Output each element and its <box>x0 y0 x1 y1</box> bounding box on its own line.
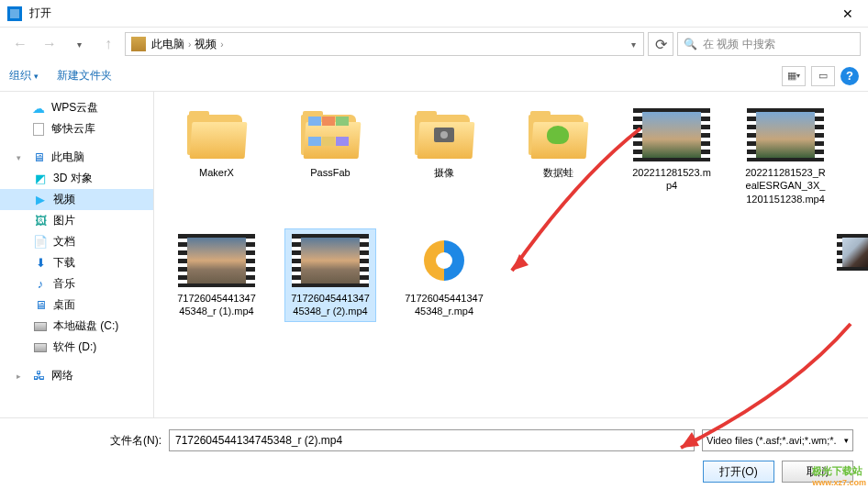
doc-icon <box>31 122 46 137</box>
folder-makerx[interactable]: MakerX <box>171 103 262 210</box>
sidebar-item-documents[interactable]: 📄文档 <box>0 231 153 252</box>
file-label: 数据蛙 <box>543 166 573 179</box>
folder-datawa[interactable]: 数据蛙 <box>512 103 604 210</box>
window-title: 打开 <box>29 6 835 21</box>
forward-button[interactable]: → <box>37 31 62 57</box>
caret-icon[interactable]: ▾ <box>17 153 26 162</box>
video-thumb-icon <box>292 234 369 287</box>
back-button[interactable]: ← <box>7 31 33 57</box>
file-label: MakerX <box>199 166 234 179</box>
file-label: 摄像 <box>434 166 454 179</box>
disk-icon <box>33 340 48 355</box>
sidebar-item-downloads[interactable]: ⬇下载 <box>0 252 153 273</box>
folder-passfab[interactable]: PassFab <box>284 103 376 210</box>
breadcrumb-item[interactable]: 视频 <box>195 37 217 52</box>
recent-dropdown[interactable]: ▾ <box>66 31 92 57</box>
close-button[interactable]: ✕ <box>835 6 861 21</box>
refresh-button[interactable]: ⟳ <box>648 32 673 56</box>
svg-rect-0 <box>10 9 19 18</box>
app-icon <box>415 235 473 286</box>
chevron-down-icon: ▾ <box>844 436 849 445</box>
filename-input[interactable] <box>169 429 695 451</box>
new-folder-button[interactable]: 新建文件夹 <box>57 68 112 83</box>
help-button[interactable]: ? <box>840 67 859 85</box>
organize-menu[interactable]: 组织 ▾ <box>9 68 39 83</box>
toolbar: 组织 ▾ 新建文件夹 ▦ ▾ ▭ ? <box>0 61 868 92</box>
file-label: 7172604544134745348_r (1).mp4 <box>175 292 258 318</box>
main: ☁WPS云盘 够快云库 ▾🖥此电脑 ◩3D 对象 ▶视频 🖼图片 📄文档 ⬇下载… <box>0 92 868 417</box>
preview-pane-button[interactable]: ▭ <box>811 66 835 86</box>
cloud-icon: ☁ <box>31 101 46 116</box>
location-icon <box>131 37 146 51</box>
picture-icon: 🖼 <box>33 214 48 228</box>
video-thumb-icon <box>178 234 255 287</box>
content-pane[interactable]: MakerX PassFab 摄像 数据蛙 202211281523.mp4 2 <box>154 92 868 417</box>
sidebar: ☁WPS云盘 够快云库 ▾🖥此电脑 ◩3D 对象 ▶视频 🖼图片 📄文档 ⬇下载… <box>0 92 154 417</box>
file-label: PassFab <box>310 166 350 179</box>
search-placeholder: 在 视频 中搜索 <box>703 37 775 52</box>
video-thumb-icon <box>633 108 710 161</box>
breadcrumb-separator-icon: › <box>188 39 191 50</box>
view-mode-button[interactable]: ▦ ▾ <box>782 66 806 86</box>
disk-icon <box>33 319 48 334</box>
folder-icon <box>299 111 362 159</box>
filetype-select[interactable]: Video files (*.asf;*.avi;*.wm;*.▾ <box>702 429 853 451</box>
up-button[interactable]: ↑ <box>95 31 121 57</box>
app-icon <box>7 6 22 21</box>
breadcrumb-separator-icon: › <box>220 39 223 50</box>
file-video-r[interactable]: 7172604544134745348_r.mp4 <box>398 228 490 323</box>
folder-icon <box>527 111 589 159</box>
bottom-panel: 文件名(N): Video files (*.asf;*.avi;*.wm;*.… <box>0 417 868 489</box>
file-video-r2[interactable]: 7172604544134745348_r (2).mp4 <box>284 228 376 323</box>
sidebar-item-videos[interactable]: ▶视频 <box>0 189 153 210</box>
open-button[interactable]: 打开(O) <box>703 461 774 483</box>
video-thumb-icon <box>837 234 868 271</box>
folder-icon <box>185 111 248 159</box>
file-grid: MakerX PassFab 摄像 数据蛙 202211281523.mp4 2 <box>171 103 851 322</box>
navbar: ← → ▾ ↑ 此电脑 › 视频 › ▾ ⟳ 🔍 在 视频 中搜索 <box>0 28 868 61</box>
sidebar-item-desktop[interactable]: 🖥桌面 <box>0 295 153 316</box>
pc-icon: 🖥 <box>31 150 46 165</box>
file-label: 202211281523_RealESRGAN_3X_1201151238.mp… <box>744 166 827 206</box>
sidebar-item-network[interactable]: ▸🖧网络 <box>0 365 153 386</box>
sidebar-item-this-pc[interactable]: ▾🖥此电脑 <box>0 147 153 168</box>
cube-icon: ◩ <box>33 172 48 186</box>
file-label: 7172604544134745348_r.mp4 <box>403 292 485 318</box>
sidebar-item-music[interactable]: ♪音乐 <box>0 273 153 295</box>
video-thumb-icon <box>747 108 824 161</box>
download-icon: ⬇ <box>33 256 48 271</box>
file-label: 7172604544134745348_r (2).mp4 <box>289 292 372 318</box>
folder-icon <box>413 111 475 159</box>
sidebar-item-disk-c[interactable]: 本地磁盘 (C:) <box>0 316 153 337</box>
sidebar-item-3d[interactable]: ◩3D 对象 <box>0 168 153 189</box>
breadcrumb: 此电脑 › 视频 › <box>151 37 224 52</box>
document-icon: 📄 <box>33 235 48 250</box>
search-icon: 🔍 <box>684 38 697 50</box>
sidebar-item-pictures[interactable]: 🖼图片 <box>0 210 153 231</box>
desktop-icon: 🖥 <box>33 298 48 313</box>
file-video-2[interactable]: 202211281523_RealESRGAN_3X_1201151238.mp… <box>740 103 831 210</box>
titlebar: 打开 ✕ <box>0 0 868 28</box>
music-icon: ♪ <box>33 277 48 292</box>
file-video-1[interactable]: 202211281523.mp4 <box>626 103 718 210</box>
sidebar-item-goukuai[interactable]: 够快云库 <box>0 118 153 139</box>
edge-thumb[interactable] <box>837 234 868 271</box>
network-icon: 🖧 <box>31 369 46 383</box>
file-video-r1[interactable]: 7172604544134745348_r (1).mp4 <box>171 228 262 323</box>
caret-icon[interactable]: ▸ <box>17 372 26 381</box>
folder-camera[interactable]: 摄像 <box>398 103 490 210</box>
address-bar[interactable]: 此电脑 › 视频 › ▾ <box>125 32 644 56</box>
breadcrumb-item[interactable]: 此电脑 <box>151 37 184 52</box>
address-dropdown-icon[interactable]: ▾ <box>629 39 638 50</box>
sidebar-item-disk-d[interactable]: 软件 (D:) <box>0 337 153 358</box>
filename-label: 文件名(N): <box>110 433 161 449</box>
search-input[interactable]: 🔍 在 视频 中搜索 <box>677 32 861 56</box>
file-label: 202211281523.mp4 <box>630 166 713 193</box>
watermark: 极光下载站 www.xz7.com <box>812 464 866 487</box>
video-icon: ▶ <box>33 193 48 207</box>
sidebar-item-wps-cloud[interactable]: ☁WPS云盘 <box>0 97 153 118</box>
